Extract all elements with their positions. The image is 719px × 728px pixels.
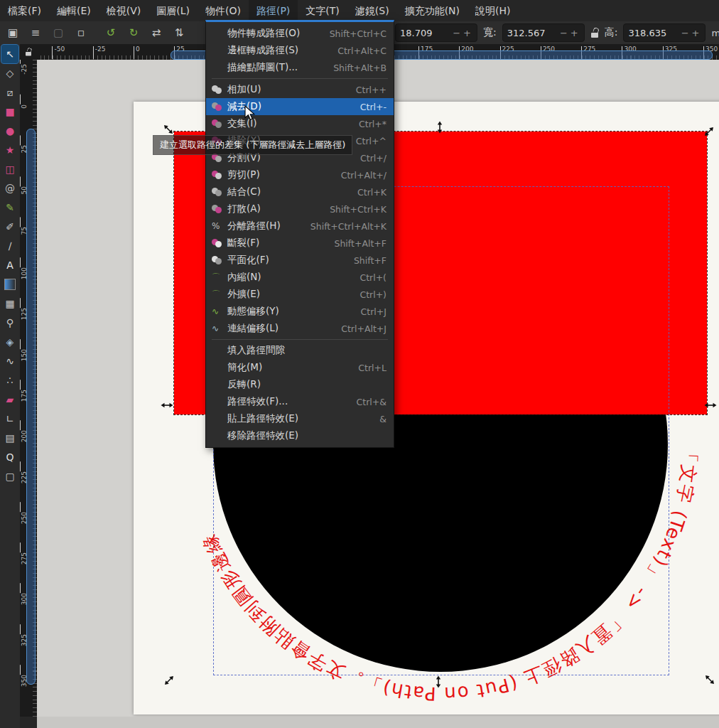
selection-scale-handle[interactable] bbox=[431, 675, 445, 689]
path-menu-item-0[interactable]: 物件轉成路徑(O)Shift+Ctrl+C bbox=[206, 25, 394, 42]
path-menu-item-15[interactable]: ⌒外擴(E)Ctrl+) bbox=[206, 286, 394, 303]
box-3d-tool[interactable]: ◫ bbox=[1, 160, 18, 178]
zoom-tool[interactable]: Q bbox=[1, 448, 18, 466]
width-minus-stepper[interactable]: − bbox=[558, 28, 569, 38]
dropper-tool[interactable]: ⚲ bbox=[1, 314, 18, 332]
gradient-tool[interactable] bbox=[1, 275, 18, 294]
menubar-item-6[interactable]: 文字(T) bbox=[298, 0, 347, 21]
height-plus-stepper[interactable]: + bbox=[691, 28, 701, 38]
shape-builder-tool[interactable]: ⧄ bbox=[1, 83, 18, 102]
rectangle-tool[interactable]: ■ bbox=[1, 102, 18, 121]
eraser-tool[interactable]: ▰ bbox=[1, 390, 18, 409]
toolbox: ↖◇⧄■●★◫@✎✐∕A▦⚲◈∿∴▰∟▤Q▢ bbox=[0, 44, 20, 728]
vertical-ruler[interactable]: -250255075100125150175200225250275300325… bbox=[20, 60, 37, 717]
flip-horizontal-icon[interactable]: ⇄ bbox=[145, 21, 168, 44]
horizontal-scrollbar[interactable] bbox=[37, 717, 719, 728]
menu-item-label: 簡化(M) bbox=[227, 361, 358, 374]
path-menu-item-13[interactable]: 平面化(F)Shift+F bbox=[206, 252, 394, 269]
star-tool[interactable]: ★ bbox=[1, 141, 18, 159]
y-minus-stepper[interactable]: − bbox=[451, 28, 462, 38]
path-menu-item-4[interactable]: 減去(D)Ctrl+- bbox=[206, 98, 394, 115]
path-menu-item-23[interactable]: 移除路徑特效(E) bbox=[206, 427, 394, 444]
selection-scale-handle[interactable] bbox=[703, 398, 718, 412]
path-menu-item-5[interactable]: 交集(I)Ctrl+* bbox=[206, 115, 394, 132]
height-minus-stepper[interactable]: − bbox=[680, 28, 691, 38]
path-menu-item-20[interactable]: 反轉(R) bbox=[206, 376, 394, 393]
node-tool[interactable]: ◇ bbox=[1, 64, 18, 82]
path-menu-item-12[interactable]: 斷裂(F)Shift+Alt+F bbox=[206, 235, 394, 252]
menubar-item-8[interactable]: 擴充功能(N) bbox=[397, 0, 467, 21]
y-field[interactable]: 18.709 − + bbox=[395, 23, 477, 42]
y-value[interactable]: 18.709 bbox=[400, 28, 451, 38]
spiral-tool[interactable]: @ bbox=[1, 179, 18, 198]
intersection-icon bbox=[212, 119, 227, 128]
ellipse-tool[interactable]: ● bbox=[1, 122, 18, 140]
selector-tool[interactable]: ↖ bbox=[1, 45, 18, 63]
path-menu-item-18[interactable]: 填入路徑間隙 bbox=[206, 342, 394, 359]
selection-scale-handle[interactable] bbox=[161, 122, 175, 136]
menubar-item-7[interactable]: 濾鏡(S) bbox=[347, 0, 397, 21]
selection-scale-handle[interactable] bbox=[160, 398, 174, 412]
menu-item-shortcut: Shift+Alt+B bbox=[333, 63, 386, 73]
spray-tool[interactable]: ∴ bbox=[1, 371, 18, 390]
tweak-tool[interactable]: ∿ bbox=[1, 352, 18, 370]
select-all-layers-icon[interactable]: ≡ bbox=[24, 21, 47, 44]
measure-tool[interactable]: ▤ bbox=[1, 429, 18, 447]
path-menu-item-9[interactable]: 結合(C)Ctrl+K bbox=[206, 183, 394, 200]
path-menu-item-1[interactable]: 邊框轉成路徑(S)Ctrl+Alt+C bbox=[206, 42, 394, 59]
path-menu-item-21[interactable]: 路徑特效(F)...Ctrl+& bbox=[206, 393, 394, 410]
selection-box-icon[interactable]: ▫ bbox=[70, 21, 92, 44]
menu-item-shortcut: Ctrl+^ bbox=[356, 136, 386, 146]
height-value[interactable]: 318.635 bbox=[628, 28, 679, 38]
height-field[interactable]: 318.635 − + bbox=[623, 23, 706, 42]
calligraphy-tool[interactable]: ∕ bbox=[1, 237, 18, 255]
y-plus-stepper[interactable]: + bbox=[462, 28, 472, 38]
path-menu-item-17[interactable]: ∿連結偏移(L)Ctrl+Alt+J bbox=[206, 320, 394, 337]
menubar-item-0[interactable]: 檔案(F) bbox=[0, 0, 49, 21]
menubar-item-4[interactable]: 物件(O) bbox=[198, 0, 249, 21]
path-menu-item-3[interactable]: 相加(U)Ctrl++ bbox=[206, 81, 394, 98]
path-menu-item-2[interactable]: 描繪點陣圖(T)...Shift+Alt+B bbox=[206, 59, 394, 76]
path-menu-item-22[interactable]: 貼上路徑特效(E)& bbox=[206, 410, 394, 427]
selection-scale-handle[interactable] bbox=[703, 673, 717, 687]
menu-item-shortcut: Ctrl+K bbox=[357, 187, 386, 198]
menubar-item-1[interactable]: 編輯(E) bbox=[49, 0, 99, 21]
menu-item-label: 分離路徑(H) bbox=[227, 220, 310, 232]
pencil-tool[interactable]: ✎ bbox=[1, 198, 18, 217]
flip-vertical-icon[interactable]: ⇅ bbox=[168, 21, 190, 44]
text-tool[interactable]: A bbox=[1, 256, 18, 274]
path-menu-item-14[interactable]: ⌒內縮(N)Ctrl+( bbox=[206, 269, 394, 286]
path-menu-item-16[interactable]: ∿動態偏移(Y)Ctrl+J bbox=[206, 303, 394, 320]
selection-scale-handle[interactable] bbox=[702, 124, 716, 139]
mesh-gradient-tool[interactable]: ▦ bbox=[1, 294, 18, 313]
select-all-icon[interactable]: ▣ bbox=[1, 21, 24, 44]
ruler-top-label: 0 bbox=[136, 46, 140, 53]
width-value[interactable]: 312.567 bbox=[507, 28, 558, 38]
path-menu-item-19[interactable]: 簡化(M)Ctrl+L bbox=[206, 359, 394, 376]
menu-item-shortcut: Ctrl+/ bbox=[360, 153, 386, 164]
guide-lock-icon[interactable] bbox=[25, 48, 32, 55]
selection-scale-handle[interactable] bbox=[433, 120, 447, 134]
unit-dropdown[interactable]: mm bbox=[711, 28, 719, 38]
selection-scale-handle[interactable] bbox=[162, 673, 176, 687]
toolbar-icons: ▣≡▢▫↺↻⇄⇅↥ bbox=[0, 21, 220, 44]
rotate-ccw-icon[interactable]: ↺ bbox=[99, 21, 122, 44]
width-field[interactable]: 312.567 − + bbox=[502, 23, 585, 42]
menubar-item-9[interactable]: 說明(H) bbox=[467, 0, 518, 21]
path-menu-item-10[interactable]: 打散(A)Shift+Ctrl+K bbox=[206, 200, 394, 218]
path-menu-item-11[interactable]: %分離路徑(H)Shift+Ctrl+Alt+K bbox=[206, 218, 394, 235]
height-label: 高: bbox=[605, 26, 618, 39]
ruler-selection-band bbox=[26, 129, 36, 685]
width-plus-stepper[interactable]: + bbox=[569, 28, 580, 38]
pen-tool[interactable]: ✐ bbox=[1, 218, 18, 236]
menubar-item-5[interactable]: 路徑(P) bbox=[249, 0, 298, 21]
pages-tool[interactable]: ▢ bbox=[1, 467, 18, 486]
menubar-item-2[interactable]: 檢視(V) bbox=[99, 0, 149, 21]
connector-tool[interactable]: ∟ bbox=[1, 410, 18, 428]
paint-bucket-tool[interactable]: ◈ bbox=[1, 333, 18, 351]
menubar-item-3[interactable]: 圖層(L) bbox=[148, 0, 198, 21]
menu-item-shortcut: Shift+Alt+F bbox=[335, 238, 386, 249]
path-menu-item-8[interactable]: 剪切(P)Ctrl+Alt+/ bbox=[206, 166, 394, 183]
lock-ratio-icon[interactable] bbox=[590, 28, 599, 38]
rotate-cw-icon[interactable]: ↻ bbox=[122, 21, 145, 44]
